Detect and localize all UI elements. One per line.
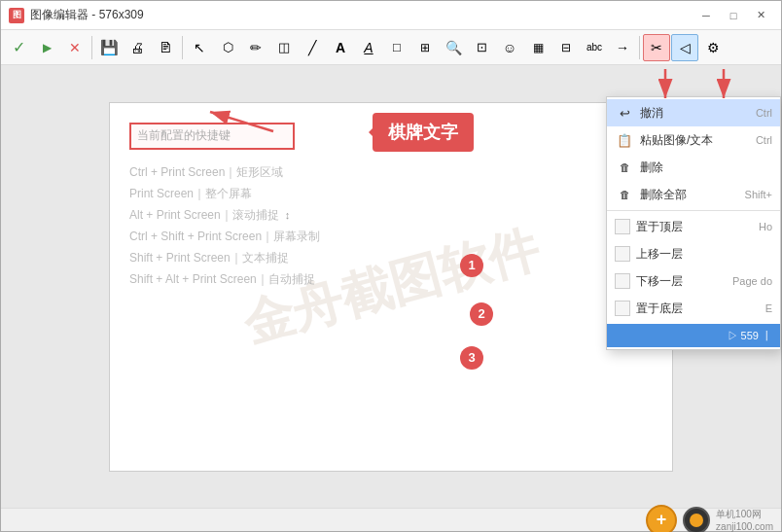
abc-button[interactable]: abc <box>581 34 608 61</box>
bubble-button[interactable]: □ <box>383 34 410 61</box>
menu-down-one-shortcut: Page do <box>732 275 772 287</box>
bottom-logo: + 单机100网 zanji100.com <box>646 505 773 533</box>
menu-undo-label: 撤消 <box>640 105 663 122</box>
shortcut-item: Shift + Print Screen｜文本捕捉 <box>129 247 320 268</box>
menu-footer-text: ▷ 559 丨 <box>728 329 772 343</box>
save2-button[interactable]: 🖨 <box>124 34 151 61</box>
context-menu: ↩ 撤消 Ctrl 📋 粘贴图像/文本 Ctrl 🗑 删除 🗑 删除全部 Shi… <box>606 96 781 350</box>
shortcut-item: Ctrl + Print Screen｜矩形区域 <box>129 161 320 183</box>
textstyle-button[interactable]: A <box>355 34 382 61</box>
menu-paste[interactable]: 📋 粘贴图像/文本 Ctrl <box>607 126 780 154</box>
logo-circle-2 <box>683 507 710 533</box>
eraser-button[interactable]: ◫ <box>270 34 298 61</box>
menu-delete-label: 删除 <box>640 160 663 176</box>
badge-3: 3 <box>460 346 483 370</box>
menu-up-one[interactable]: 上移一层 <box>607 240 780 267</box>
menu-to-bottom-shortcut: E <box>765 302 772 314</box>
print-button[interactable]: 🖹 <box>152 34 179 61</box>
menu-delete-all[interactable]: 🗑 删除全部 Shift+ <box>607 181 780 208</box>
menu-up-one-label: 上移一层 <box>636 246 683 263</box>
sep2 <box>182 36 183 59</box>
menu-paste-label: 粘贴图像/文本 <box>640 132 713 149</box>
logo-text: 单机100网 zanji100.com <box>716 508 773 533</box>
check-icon <box>615 219 630 234</box>
menu-down-one-label: 下移一层 <box>636 273 683 290</box>
play-button[interactable]: ▶ <box>33 34 60 61</box>
badge-1: 1 <box>460 254 483 277</box>
grid-button[interactable]: ⊟ <box>552 34 580 61</box>
settings-button[interactable]: ⚙ <box>699 34 727 61</box>
statusbar: + 单机100网 zanji100.com <box>1 508 781 531</box>
menu-to-top-label: 置于顶层 <box>636 219 683 235</box>
menu-delete-all-shortcut: Shift+ <box>745 189 772 200</box>
menu-paste-shortcut: Ctrl <box>756 134 772 146</box>
shortcut-item: Print Screen｜整个屏幕 <box>129 183 320 204</box>
close-button[interactable]: ✕ <box>748 6 773 25</box>
text-button[interactable]: A <box>327 34 354 61</box>
arrow2-button[interactable]: → <box>609 34 636 61</box>
tools-button[interactable]: ✂ <box>643 34 670 61</box>
app-icon: 图 <box>9 8 24 23</box>
tool2-button[interactable]: ◁ <box>671 34 698 61</box>
menu-undo-shortcut: Ctrl <box>756 107 772 119</box>
shortcut-list: Ctrl + Print Screen｜矩形区域 Print Screen｜整个… <box>129 161 320 290</box>
confirm-button[interactable]: ✓ <box>5 34 32 61</box>
menu-footer: ▷ 559 丨 <box>607 324 780 347</box>
main-window: 图 图像编辑器 - 576x309 ─ □ ✕ ✓ ▶ ✕ 💾 🖨 🖹 ↖ ⬡ … <box>0 0 782 532</box>
shortcut-item: Alt + Print Screen｜滚动捕捉 ↕ <box>129 204 320 226</box>
toolbar: ✓ ▶ ✕ 💾 🖨 🖹 ↖ ⬡ ✏ ◫ ╱ A A □ ⊞ 🔍 ⊡ ☺ ▦ ⊟ … <box>1 30 781 65</box>
menu-undo[interactable]: ↩ 撤消 Ctrl <box>607 99 780 126</box>
menu-delete-all-label: 删除全部 <box>640 187 687 203</box>
emoji-button[interactable]: ☺ <box>496 34 523 61</box>
minimize-button[interactable]: ─ <box>693 6 719 25</box>
window-title: 图像编辑器 - 576x309 <box>30 7 693 23</box>
logo-circle: + <box>646 505 677 533</box>
delete-all-icon: 🗑 <box>615 185 634 204</box>
select-button[interactable]: ↖ <box>186 34 213 61</box>
speech-bubble: 棋牌文字 <box>373 113 474 152</box>
menu-to-top[interactable]: 置于顶层 Ho <box>607 213 780 240</box>
window-controls: ─ □ ✕ <box>693 6 773 25</box>
delete-icon: 🗑 <box>615 158 634 177</box>
canvas-paper: 金舟截图软件 当前配置的快捷键 棋牌文字 Ctrl + Print Screen… <box>109 102 673 472</box>
input-placeholder: 当前配置的快捷键 <box>137 127 231 144</box>
line-button[interactable]: ╱ <box>299 34 326 61</box>
zoom-button[interactable]: 🔍 <box>440 34 467 61</box>
check-icon-4 <box>615 301 630 316</box>
menu-delete[interactable]: 🗑 删除 <box>607 154 780 181</box>
menu-to-top-shortcut: Ho <box>759 221 772 232</box>
menu-separator <box>607 210 780 211</box>
menu-to-bottom[interactable]: 置于底层 E <box>607 295 780 322</box>
save-button[interactable]: 💾 <box>95 34 123 61</box>
counter-button[interactable]: ⊞ <box>411 34 439 61</box>
pencil-button[interactable]: ✏ <box>242 34 269 61</box>
badge-2: 2 <box>470 302 493 326</box>
cancel-button[interactable]: ✕ <box>61 34 89 61</box>
sep1 <box>91 36 92 59</box>
sep3 <box>639 36 640 59</box>
shortcut-item: Ctrl + Shift + Print Screen｜屏幕录制 <box>129 226 320 247</box>
main-area: 金舟截图软件 当前配置的快捷键 棋牌文字 Ctrl + Print Screen… <box>1 65 781 508</box>
menu-to-bottom-label: 置于底层 <box>636 301 683 317</box>
paste-icon: 📋 <box>615 130 634 150</box>
mosaic-button[interactable]: ▦ <box>524 34 551 61</box>
maximize-button[interactable]: □ <box>721 6 746 25</box>
shortcut-item: Shift + Alt + Print Screen｜自动捕捉 <box>129 268 320 290</box>
titlebar: 图 图像编辑器 - 576x309 ─ □ ✕ <box>1 1 781 30</box>
undo-icon: ↩ <box>615 103 634 123</box>
shortcut-input[interactable]: 当前配置的快捷键 <box>129 123 295 150</box>
check-icon-2 <box>615 246 630 262</box>
wand-button[interactable]: ⬡ <box>214 34 241 61</box>
check-icon-3 <box>615 273 630 289</box>
crop-button[interactable]: ⊡ <box>468 34 495 61</box>
menu-down-one[interactable]: 下移一层 Page do <box>607 267 780 295</box>
